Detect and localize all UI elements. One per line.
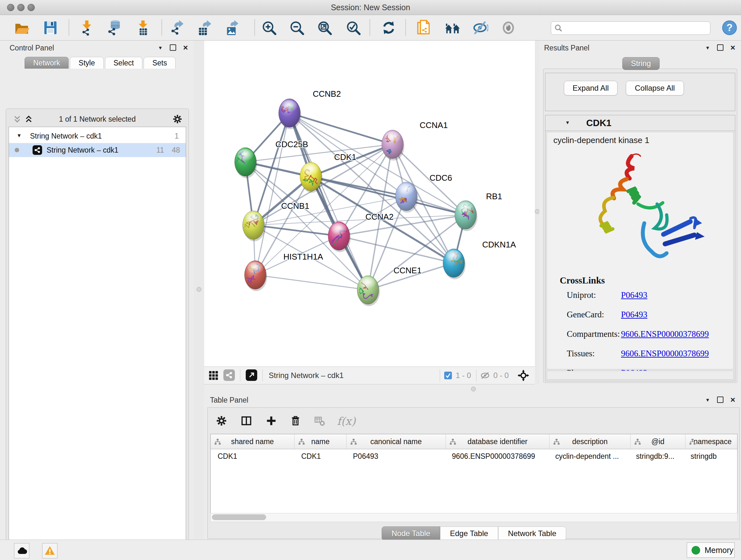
- panel-menu-icon[interactable]: ▼: [705, 45, 710, 51]
- panel-float-icon[interactable]: [717, 44, 724, 51]
- node-CCNA1[interactable]: CCNA1: [382, 120, 448, 161]
- edge-HIST1H1A-CCNE1[interactable]: [255, 275, 368, 290]
- tab-network-table[interactable]: Network Table: [498, 526, 566, 541]
- node-CCNE1[interactable]: CCNE1: [354, 266, 421, 306]
- zoom-out-button[interactable]: [288, 19, 306, 37]
- crosslink-link[interactable]: 9606.ENSP00000378699: [621, 349, 709, 359]
- open-in-window-button[interactable]: [246, 369, 257, 381]
- cloud-status-button[interactable]: [14, 543, 29, 558]
- network-collection-row[interactable]: ▼ String Network – cdk1 1: [9, 129, 186, 143]
- table-cell[interactable]: 9606.ENSP00000378699: [445, 449, 548, 463]
- zoom-selected-button[interactable]: [344, 19, 362, 37]
- import-network-from-database-button[interactable]: [105, 19, 123, 37]
- export-table-button[interactable]: [195, 19, 213, 37]
- string-results-container: Expand All Collapse All ▼ CDK1 cyclin-de…: [543, 69, 737, 383]
- edge-CCNA1-HIST1H1A[interactable]: [255, 144, 393, 275]
- panel-menu-icon[interactable]: ▼: [158, 45, 163, 51]
- table-cell[interactable]: stringdb: [684, 449, 738, 463]
- warnings-button[interactable]: [42, 543, 57, 558]
- table-header-description[interactable]: description: [549, 434, 630, 449]
- table-header-shared-name[interactable]: shared name: [211, 434, 294, 449]
- tab-string[interactable]: String: [622, 57, 660, 70]
- tab-sets[interactable]: Sets: [144, 57, 176, 69]
- tab-select[interactable]: Select: [105, 57, 143, 69]
- panel-menu-icon[interactable]: ▼: [705, 397, 710, 402]
- table-horizontal-scrollbar[interactable]: [210, 513, 738, 522]
- panel-close-icon[interactable]: ×: [731, 397, 735, 402]
- network-row-selected[interactable]: String Network – cdk1 11 48: [9, 143, 186, 157]
- splitter-handle-icon[interactable]: [535, 209, 540, 214]
- panel-float-icon[interactable]: [717, 396, 724, 403]
- network-graph[interactable]: CCNB2CCNA1CDC25BCDK1CDC6RB1CCNB1CCNA2CDK…: [204, 41, 535, 367]
- tab-network[interactable]: Network: [24, 57, 69, 69]
- crosslink-link[interactable]: P06493: [621, 290, 648, 300]
- birds-eye-grid-button[interactable]: [209, 371, 218, 380]
- node-CDKN1A[interactable]: CDKN1A: [443, 240, 516, 279]
- table-header-name[interactable]: name: [294, 434, 347, 449]
- refresh-button[interactable]: [380, 19, 398, 37]
- hide-unselected-button[interactable]: [471, 19, 489, 37]
- edge-CCNA2-CDKN1A[interactable]: [339, 236, 454, 263]
- export-image-button[interactable]: [223, 19, 241, 37]
- crosslink-link[interactable]: P06493: [621, 310, 648, 320]
- search-input[interactable]: [565, 22, 707, 33]
- export-network-button[interactable]: [167, 19, 185, 37]
- table-cell[interactable]: CDK1: [294, 449, 346, 463]
- splitter-handle-icon[interactable]: [471, 387, 476, 391]
- open-session-button[interactable]: [13, 19, 30, 37]
- tab-style[interactable]: Style: [70, 57, 104, 69]
- string-home-button[interactable]: [444, 19, 461, 37]
- save-session-button[interactable]: [42, 19, 59, 37]
- table-cell[interactable]: stringdb:9...: [629, 449, 684, 463]
- entry-header[interactable]: ▼ CDK1: [545, 115, 735, 131]
- scrollbar-thumb[interactable]: [212, 514, 266, 520]
- table-header-database-identifier[interactable]: database identifier: [446, 434, 549, 449]
- node-label-HIST1H1A: HIST1H1A: [283, 252, 323, 261]
- network-badge-button[interactable]: [223, 369, 235, 381]
- edge-CCNB1-CCNA2[interactable]: [253, 225, 339, 236]
- table-cell[interactable]: CDK1: [211, 449, 294, 463]
- separator: [262, 369, 263, 381]
- table-header--id[interactable]: @id: [630, 434, 685, 449]
- collapse-all-button[interactable]: Collapse All: [626, 81, 684, 96]
- expand-all-button[interactable]: Expand All: [564, 81, 617, 96]
- zoom-in-button[interactable]: [260, 19, 278, 37]
- network-canvas[interactable]: CCNB2CCNA1CDC25BCDK1CDC6RB1CCNB1CCNA2CDK…: [204, 41, 535, 367]
- splitter-handle-icon[interactable]: [197, 287, 201, 292]
- table-row[interactable]: CDK1CDK1P064939606.ENSP00000378699cyclin…: [211, 449, 737, 463]
- panel-close-icon[interactable]: ×: [731, 45, 735, 50]
- table-header-canonical-name[interactable]: canonical name: [347, 434, 446, 449]
- search-box[interactable]: [551, 21, 711, 35]
- results-scrollbar-track[interactable]: [547, 371, 734, 380]
- show-columns-icon[interactable]: [241, 415, 252, 426]
- show-all-button[interactable]: [499, 19, 517, 37]
- import-network-from-file-button[interactable]: [78, 19, 96, 37]
- birds-eye-toggle-icon[interactable]: [518, 370, 529, 381]
- delete-column-trash-icon[interactable]: [290, 415, 301, 426]
- import-table-from-file-button[interactable]: [134, 19, 152, 37]
- node-RB1[interactable]: RB1: [455, 192, 502, 231]
- column-label: @id: [651, 437, 664, 446]
- table-cell[interactable]: P06493: [346, 449, 445, 463]
- network-options-gear-icon[interactable]: [173, 114, 182, 124]
- add-column-icon[interactable]: [266, 415, 277, 426]
- help-button[interactable]: ?: [721, 19, 738, 37]
- table-cell[interactable]: cyclin-dependent ...: [548, 449, 629, 463]
- table-header-namespace[interactable]: namespace: [685, 434, 738, 449]
- entry-expand-arrow-icon[interactable]: ▼: [565, 120, 570, 125]
- zoom-fit-button[interactable]: [316, 19, 333, 37]
- table-settings-gear-icon[interactable]: [216, 415, 227, 426]
- svg-text:?: ?: [726, 22, 732, 33]
- panel-float-icon[interactable]: [170, 44, 176, 51]
- tab-node-table[interactable]: Node Table: [382, 526, 440, 541]
- clone-network-button[interactable]: [415, 19, 433, 37]
- panel-close-icon[interactable]: ×: [183, 45, 188, 50]
- node-HIST1H1A[interactable]: HIST1H1A: [245, 252, 323, 291]
- collection-expand-arrow-icon[interactable]: ▼: [17, 133, 22, 138]
- tab-edge-table[interactable]: Edge Table: [440, 526, 498, 541]
- crosslink-link[interactable]: 9606.ENSP00000378699: [621, 329, 709, 339]
- edge-CCNB2-HIST1H1A[interactable]: [255, 113, 289, 275]
- selected-checkbox[interactable]: [444, 372, 452, 379]
- left-splitter[interactable]: [194, 41, 204, 539]
- memory-button[interactable]: Memory: [687, 543, 735, 558]
